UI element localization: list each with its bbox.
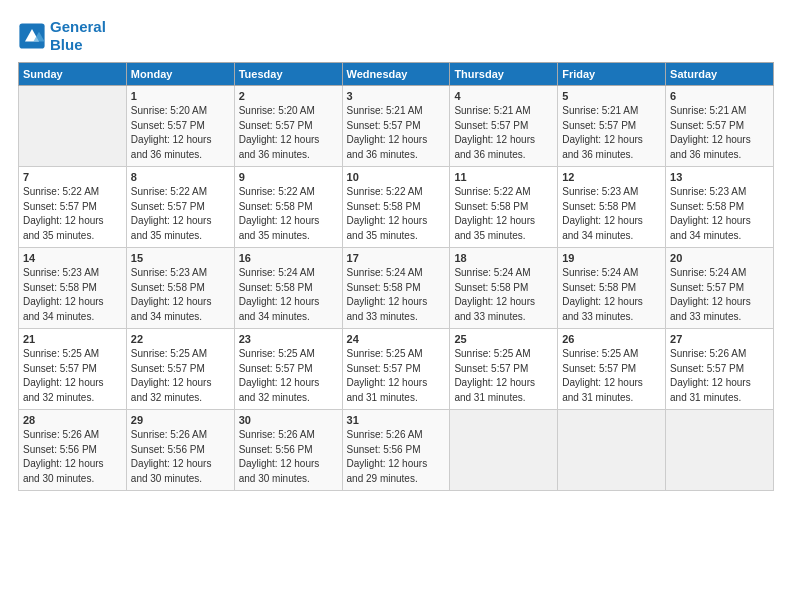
day-info: Sunrise: 5:24 AMSunset: 5:58 PMDaylight:… [562,266,661,324]
day-number: 2 [239,90,338,102]
day-number: 25 [454,333,553,345]
col-header-tuesday: Tuesday [234,63,342,86]
calendar-cell: 7Sunrise: 5:22 AMSunset: 5:57 PMDaylight… [19,167,127,248]
day-info: Sunrise: 5:22 AMSunset: 5:58 PMDaylight:… [454,185,553,243]
day-info: Sunrise: 5:23 AMSunset: 5:58 PMDaylight:… [670,185,769,243]
day-info: Sunrise: 5:26 AMSunset: 5:56 PMDaylight:… [347,428,446,486]
day-info: Sunrise: 5:22 AMSunset: 5:57 PMDaylight:… [131,185,230,243]
day-info: Sunrise: 5:24 AMSunset: 5:57 PMDaylight:… [670,266,769,324]
day-info: Sunrise: 5:22 AMSunset: 5:58 PMDaylight:… [239,185,338,243]
logo-icon [18,22,46,50]
col-header-wednesday: Wednesday [342,63,450,86]
logo: General Blue [18,18,106,54]
day-number: 22 [131,333,230,345]
day-info: Sunrise: 5:26 AMSunset: 5:56 PMDaylight:… [23,428,122,486]
day-number: 19 [562,252,661,264]
day-number: 20 [670,252,769,264]
calendar-cell: 23Sunrise: 5:25 AMSunset: 5:57 PMDayligh… [234,329,342,410]
day-number: 21 [23,333,122,345]
day-info: Sunrise: 5:21 AMSunset: 5:57 PMDaylight:… [454,104,553,162]
header-row: SundayMondayTuesdayWednesdayThursdayFrid… [19,63,774,86]
calendar-cell: 25Sunrise: 5:25 AMSunset: 5:57 PMDayligh… [450,329,558,410]
calendar-cell [450,410,558,491]
calendar-cell: 8Sunrise: 5:22 AMSunset: 5:57 PMDaylight… [126,167,234,248]
calendar-cell: 2Sunrise: 5:20 AMSunset: 5:57 PMDaylight… [234,86,342,167]
calendar-cell [666,410,774,491]
day-info: Sunrise: 5:22 AMSunset: 5:57 PMDaylight:… [23,185,122,243]
week-row-5: 28Sunrise: 5:26 AMSunset: 5:56 PMDayligh… [19,410,774,491]
day-number: 30 [239,414,338,426]
calendar-cell: 10Sunrise: 5:22 AMSunset: 5:58 PMDayligh… [342,167,450,248]
calendar-cell: 20Sunrise: 5:24 AMSunset: 5:57 PMDayligh… [666,248,774,329]
day-info: Sunrise: 5:21 AMSunset: 5:57 PMDaylight:… [562,104,661,162]
calendar-cell: 9Sunrise: 5:22 AMSunset: 5:58 PMDaylight… [234,167,342,248]
col-header-monday: Monday [126,63,234,86]
calendar-cell: 18Sunrise: 5:24 AMSunset: 5:58 PMDayligh… [450,248,558,329]
calendar-cell: 27Sunrise: 5:26 AMSunset: 5:57 PMDayligh… [666,329,774,410]
day-number: 9 [239,171,338,183]
calendar-body: 1Sunrise: 5:20 AMSunset: 5:57 PMDaylight… [19,86,774,491]
calendar-cell: 26Sunrise: 5:25 AMSunset: 5:57 PMDayligh… [558,329,666,410]
day-number: 17 [347,252,446,264]
day-number: 18 [454,252,553,264]
calendar-cell: 13Sunrise: 5:23 AMSunset: 5:58 PMDayligh… [666,167,774,248]
col-header-thursday: Thursday [450,63,558,86]
calendar-cell: 19Sunrise: 5:24 AMSunset: 5:58 PMDayligh… [558,248,666,329]
day-number: 6 [670,90,769,102]
week-row-3: 14Sunrise: 5:23 AMSunset: 5:58 PMDayligh… [19,248,774,329]
day-number: 24 [347,333,446,345]
day-number: 13 [670,171,769,183]
day-info: Sunrise: 5:23 AMSunset: 5:58 PMDaylight:… [23,266,122,324]
day-info: Sunrise: 5:23 AMSunset: 5:58 PMDaylight:… [131,266,230,324]
calendar-cell: 30Sunrise: 5:26 AMSunset: 5:56 PMDayligh… [234,410,342,491]
week-row-1: 1Sunrise: 5:20 AMSunset: 5:57 PMDaylight… [19,86,774,167]
calendar-cell [19,86,127,167]
calendar-cell: 28Sunrise: 5:26 AMSunset: 5:56 PMDayligh… [19,410,127,491]
calendar-cell: 22Sunrise: 5:25 AMSunset: 5:57 PMDayligh… [126,329,234,410]
day-info: Sunrise: 5:25 AMSunset: 5:57 PMDaylight:… [562,347,661,405]
day-info: Sunrise: 5:25 AMSunset: 5:57 PMDaylight:… [131,347,230,405]
calendar-cell: 3Sunrise: 5:21 AMSunset: 5:57 PMDaylight… [342,86,450,167]
calendar-header: SundayMondayTuesdayWednesdayThursdayFrid… [19,63,774,86]
day-info: Sunrise: 5:24 AMSunset: 5:58 PMDaylight:… [347,266,446,324]
page-header: General Blue [18,18,774,54]
day-info: Sunrise: 5:20 AMSunset: 5:57 PMDaylight:… [239,104,338,162]
day-info: Sunrise: 5:25 AMSunset: 5:57 PMDaylight:… [239,347,338,405]
day-number: 31 [347,414,446,426]
calendar-cell: 11Sunrise: 5:22 AMSunset: 5:58 PMDayligh… [450,167,558,248]
col-header-friday: Friday [558,63,666,86]
day-number: 11 [454,171,553,183]
calendar-cell: 31Sunrise: 5:26 AMSunset: 5:56 PMDayligh… [342,410,450,491]
day-info: Sunrise: 5:26 AMSunset: 5:57 PMDaylight:… [670,347,769,405]
calendar-cell: 12Sunrise: 5:23 AMSunset: 5:58 PMDayligh… [558,167,666,248]
week-row-4: 21Sunrise: 5:25 AMSunset: 5:57 PMDayligh… [19,329,774,410]
calendar-cell: 4Sunrise: 5:21 AMSunset: 5:57 PMDaylight… [450,86,558,167]
day-info: Sunrise: 5:25 AMSunset: 5:57 PMDaylight:… [454,347,553,405]
day-info: Sunrise: 5:21 AMSunset: 5:57 PMDaylight:… [670,104,769,162]
day-number: 5 [562,90,661,102]
calendar-cell: 5Sunrise: 5:21 AMSunset: 5:57 PMDaylight… [558,86,666,167]
calendar-cell: 16Sunrise: 5:24 AMSunset: 5:58 PMDayligh… [234,248,342,329]
calendar-cell [558,410,666,491]
calendar-table: SundayMondayTuesdayWednesdayThursdayFrid… [18,62,774,491]
day-info: Sunrise: 5:24 AMSunset: 5:58 PMDaylight:… [454,266,553,324]
calendar-cell: 14Sunrise: 5:23 AMSunset: 5:58 PMDayligh… [19,248,127,329]
day-number: 14 [23,252,122,264]
day-number: 3 [347,90,446,102]
day-info: Sunrise: 5:25 AMSunset: 5:57 PMDaylight:… [347,347,446,405]
day-number: 4 [454,90,553,102]
calendar-cell: 29Sunrise: 5:26 AMSunset: 5:56 PMDayligh… [126,410,234,491]
day-info: Sunrise: 5:22 AMSunset: 5:58 PMDaylight:… [347,185,446,243]
calendar-cell: 21Sunrise: 5:25 AMSunset: 5:57 PMDayligh… [19,329,127,410]
day-number: 26 [562,333,661,345]
day-number: 27 [670,333,769,345]
day-info: Sunrise: 5:23 AMSunset: 5:58 PMDaylight:… [562,185,661,243]
col-header-saturday: Saturday [666,63,774,86]
calendar-cell: 6Sunrise: 5:21 AMSunset: 5:57 PMDaylight… [666,86,774,167]
week-row-2: 7Sunrise: 5:22 AMSunset: 5:57 PMDaylight… [19,167,774,248]
col-header-sunday: Sunday [19,63,127,86]
calendar-cell: 1Sunrise: 5:20 AMSunset: 5:57 PMDaylight… [126,86,234,167]
day-number: 16 [239,252,338,264]
day-info: Sunrise: 5:21 AMSunset: 5:57 PMDaylight:… [347,104,446,162]
day-number: 28 [23,414,122,426]
